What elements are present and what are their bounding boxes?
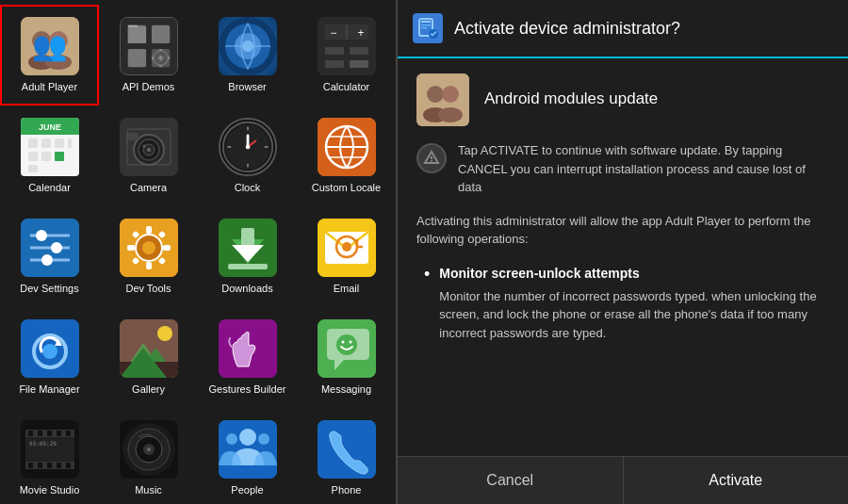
api-demos-label: API Demos (122, 81, 175, 93)
calculator-icon: − + (318, 17, 376, 75)
browser-label: Browser (228, 81, 266, 93)
adult-player-icon (21, 17, 79, 75)
app-item-gallery[interactable]: Gallery (99, 307, 198, 408)
permission-text: Monitor screen-unlock attempts Monitor t… (439, 264, 829, 343)
svg-rect-138 (421, 24, 431, 26)
svg-rect-122 (57, 463, 61, 468)
svg-rect-32 (28, 138, 38, 148)
svg-rect-139 (421, 27, 427, 29)
svg-point-46 (142, 144, 145, 147)
app-item-custom-locale[interactable]: Custom Locale (297, 106, 396, 206)
svg-point-108 (341, 340, 344, 343)
dialog-panel: Activate device administrator? Android m… (398, 0, 848, 504)
permission-item: • Monitor screen-unlock attempts Monitor… (424, 264, 829, 343)
dialog-footer: Cancel Activate (398, 456, 848, 504)
svg-rect-28 (350, 60, 368, 68)
calendar-icon: JUNE (21, 118, 79, 176)
activate-button[interactable]: Activate (624, 457, 849, 504)
app-item-dev-settings[interactable]: Dev Settings (0, 206, 99, 307)
app-item-movie-studio[interactable]: 03:05:29 Movie Studio (0, 408, 99, 504)
svg-rect-115 (38, 431, 42, 436)
gallery-label: Gallery (132, 383, 165, 396)
svg-point-70 (41, 254, 53, 266)
svg-text:−: − (330, 26, 336, 40)
app-item-people[interactable]: People (198, 408, 297, 504)
app-item-gestures-builder[interactable]: Gestures Builder (198, 307, 297, 408)
camera-icon (120, 118, 178, 176)
svg-point-142 (427, 86, 444, 103)
svg-rect-27 (325, 60, 344, 68)
browser-icon (219, 17, 277, 75)
adult-player-label: Adult Player (22, 81, 77, 93)
svg-rect-121 (47, 463, 52, 468)
permission-description: Monitor the number of incorrect password… (439, 289, 816, 340)
svg-rect-76 (127, 245, 135, 251)
svg-rect-87 (228, 264, 268, 269)
svg-point-2 (49, 31, 68, 50)
svg-rect-77 (163, 245, 171, 251)
svg-text:JUNE: JUNE (38, 122, 60, 132)
app-item-file-manager[interactable]: File Manager (0, 307, 99, 408)
file-manager-icon (21, 319, 79, 378)
calculator-label: Calculator (323, 81, 370, 93)
api-demos-icon (120, 17, 178, 75)
app-grid-panel: Adult Player API Demos (0, 0, 396, 504)
messaging-label: Messaging (321, 383, 371, 396)
svg-rect-37 (41, 152, 51, 161)
cancel-button[interactable]: Cancel (398, 457, 624, 504)
svg-rect-114 (28, 431, 33, 436)
svg-rect-120 (38, 463, 42, 468)
gestures-builder-label: Gestures Builder (209, 383, 286, 396)
svg-rect-75 (146, 262, 152, 269)
app-item-phone[interactable]: Phone (297, 408, 396, 504)
gestures-icon (219, 319, 277, 378)
app-item-calculator[interactable]: − + Calculator (297, 5, 396, 106)
app-item-api-demos[interactable]: API Demos (99, 5, 198, 106)
svg-point-68 (51, 242, 62, 253)
app-item-music[interactable]: Music (99, 408, 198, 504)
svg-point-109 (349, 340, 351, 343)
music-icon (120, 420, 178, 479)
svg-rect-8 (127, 49, 145, 67)
movie-studio-icon: 03:05:29 (21, 420, 79, 479)
app-item-messaging[interactable]: Messaging (297, 307, 396, 408)
svg-point-134 (226, 433, 237, 445)
custom-locale-label: Custom Locale (312, 182, 381, 194)
svg-point-66 (36, 230, 47, 241)
svg-text:+: + (357, 26, 364, 40)
app-item-email[interactable]: Email (297, 206, 396, 307)
dialog-title: Activate device administrator? (454, 19, 680, 39)
dev-settings-label: Dev Settings (20, 283, 78, 295)
svg-point-96 (42, 344, 57, 359)
tap-notice-icon (416, 143, 447, 173)
phone-icon (318, 420, 376, 479)
svg-rect-35 (68, 138, 72, 148)
email-label: Email (334, 283, 360, 295)
app-item-browser[interactable]: Browser (198, 5, 297, 106)
app-item-dev-tools[interactable]: Dev Tools (99, 206, 198, 307)
downloads-icon (219, 219, 277, 277)
app-item-clock[interactable]: Clock (198, 106, 297, 206)
clock-label: Clock (235, 182, 261, 194)
svg-rect-34 (55, 138, 64, 148)
svg-rect-74 (146, 226, 152, 234)
svg-rect-26 (350, 47, 368, 55)
people-label: People (231, 484, 263, 496)
app-info-name: Android modules update (484, 89, 658, 108)
svg-point-58 (245, 145, 250, 150)
dialog-content: Android modules update Tap ACTIVATE to c… (398, 58, 848, 456)
permission-list: • Monitor screen-unlock attempts Monitor… (416, 264, 829, 343)
app-item-calendar[interactable]: JUNE Calendar (0, 106, 99, 206)
app-item-camera[interactable]: Camera (99, 106, 198, 206)
svg-point-133 (258, 433, 269, 445)
dev-settings-icon (21, 219, 79, 277)
svg-point-4 (45, 55, 72, 70)
app-item-downloads[interactable]: Downloads (198, 206, 297, 307)
downloads-label: Downloads (221, 283, 272, 295)
app-item-adult-player[interactable]: Adult Player (0, 5, 99, 106)
email-icon (318, 219, 376, 277)
svg-rect-119 (28, 463, 33, 468)
svg-rect-116 (47, 431, 52, 436)
svg-point-148 (431, 160, 432, 162)
svg-point-143 (442, 86, 459, 103)
